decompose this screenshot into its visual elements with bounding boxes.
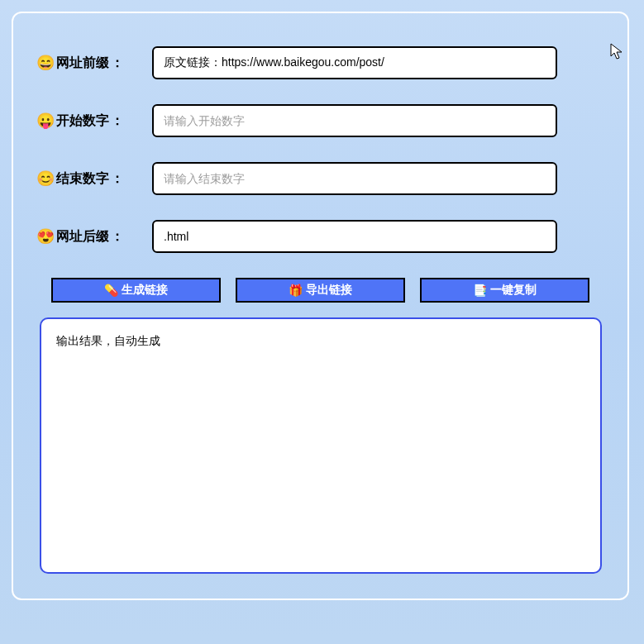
label-start-num: 😛 开始数字 ： bbox=[36, 112, 152, 130]
gift-icon: 🎁 bbox=[289, 284, 303, 297]
row-end-num: 😊 结束数字 ： bbox=[36, 162, 604, 195]
label-text: 结束数字 bbox=[56, 170, 109, 188]
label-colon: ： bbox=[111, 55, 124, 72]
start-number-input[interactable] bbox=[152, 104, 557, 137]
label-text: 开始数字 bbox=[56, 112, 109, 130]
label-colon: ： bbox=[111, 112, 124, 130]
pill-icon: 💊 bbox=[104, 284, 118, 297]
button-label: 生成链接 bbox=[122, 283, 168, 298]
button-label: 导出链接 bbox=[306, 283, 352, 298]
emoji-blush-icon: 😊 bbox=[36, 169, 55, 188]
url-suffix-input[interactable] bbox=[152, 220, 557, 253]
label-url-suffix: 😍 网址后缀 ： bbox=[36, 227, 152, 246]
row-url-suffix: 😍 网址后缀 ： bbox=[36, 220, 604, 253]
row-url-prefix: 😄 网址前缀 ： bbox=[36, 46, 604, 79]
emoji-heart-eyes-icon: 😍 bbox=[36, 227, 55, 246]
label-end-num: 😊 结束数字 ： bbox=[36, 169, 152, 188]
generate-links-button[interactable]: 💊 生成链接 bbox=[51, 278, 221, 303]
row-start-num: 😛 开始数字 ： bbox=[36, 104, 604, 137]
button-row: 💊 生成链接 🎁 导出链接 📑 一键复制 bbox=[51, 278, 589, 303]
label-colon: ： bbox=[111, 228, 124, 246]
emoji-tongue-icon: 😛 bbox=[36, 112, 55, 130]
url-prefix-input[interactable] bbox=[152, 46, 557, 79]
export-links-button[interactable]: 🎁 导出链接 bbox=[236, 278, 405, 303]
copy-all-button[interactable]: 📑 一键复制 bbox=[420, 278, 589, 303]
clipboard-icon: 📑 bbox=[473, 284, 487, 297]
end-number-input[interactable] bbox=[152, 162, 557, 195]
label-text: 网址前缀 bbox=[56, 55, 109, 72]
label-text: 网址后缀 bbox=[56, 228, 109, 246]
output-textarea[interactable] bbox=[40, 317, 602, 574]
label-url-prefix: 😄 网址前缀 ： bbox=[36, 54, 152, 72]
button-label: 一键复制 bbox=[490, 283, 537, 298]
emoji-grin-icon: 😄 bbox=[36, 54, 55, 72]
label-colon: ： bbox=[111, 170, 124, 188]
main-panel: 😄 网址前缀 ： 😛 开始数字 ： 😊 结束数字 ： 😍 网址后缀 ： bbox=[12, 12, 629, 600]
